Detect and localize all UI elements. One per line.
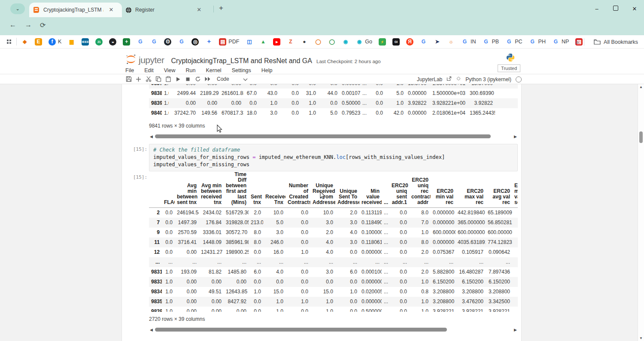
bookmark-item[interactable]: ◯ bbox=[328, 38, 335, 46]
cut-button[interactable] bbox=[143, 75, 153, 83]
close-window-button[interactable]: ✕ bbox=[625, 6, 644, 12]
cell: 442.819840 bbox=[456, 208, 486, 218]
copy-button[interactable] bbox=[153, 75, 163, 83]
pdf-icon: ▤ bbox=[219, 38, 226, 46]
bookmark-item[interactable]: ◆ bbox=[21, 38, 28, 46]
bookmark-item[interactable]: ▶ bbox=[273, 38, 280, 46]
bookmark-item[interactable]: ◉Go bbox=[355, 38, 372, 46]
bookmark-item[interactable]: ◉ bbox=[342, 38, 349, 46]
close-tab-icon[interactable]: ✕ bbox=[196, 6, 203, 13]
cell: 5.0 bbox=[385, 88, 406, 98]
minimize-button[interactable]: – bbox=[587, 6, 606, 12]
scrollbar-thumb[interactable] bbox=[639, 131, 643, 143]
scroll-right-icon[interactable]: ▶ bbox=[514, 134, 517, 139]
cell bbox=[512, 267, 518, 277]
cell: 3.928221 bbox=[486, 307, 512, 312]
green-21-icon: 21 bbox=[95, 38, 103, 46]
bookmark-item[interactable]: ◒ bbox=[109, 38, 116, 46]
all-bookmarks-button[interactable]: All Bookmarks bbox=[594, 39, 638, 45]
bookmark-item[interactable]: G bbox=[137, 38, 144, 46]
menu-kernel[interactable]: Kernel bbox=[206, 67, 222, 73]
tab-notebook[interactable]: CryptojackingTrap_LSTM and Re ✕ bbox=[29, 3, 122, 17]
bookmark-item[interactable]: Z bbox=[287, 38, 294, 46]
tab-register[interactable]: Register ✕ bbox=[121, 3, 219, 17]
scroll-left-icon[interactable]: ◀ bbox=[150, 134, 153, 139]
menu-run[interactable]: Run bbox=[186, 67, 196, 73]
menu-settings[interactable]: Settings bbox=[232, 67, 251, 73]
bookmark-item[interactable]: GPC bbox=[505, 38, 522, 46]
cell-type-dropdown[interactable]: Code bbox=[217, 76, 229, 82]
cell: 0.0 bbox=[389, 267, 409, 277]
apps-grid-icon[interactable] bbox=[7, 40, 11, 44]
menu-file[interactable]: File bbox=[125, 67, 134, 73]
bookmark-item[interactable]: ● bbox=[301, 38, 308, 46]
external-link-icon[interactable] bbox=[447, 76, 452, 82]
bookmark-item[interactable]: GI bbox=[392, 38, 400, 46]
bookmark-item[interactable]: IEEE bbox=[82, 38, 89, 46]
bookmark-item[interactable]: + bbox=[123, 38, 130, 46]
notebook-title[interactable]: CryptojackingTrap_LSTM and ResNet and GA bbox=[171, 57, 312, 65]
cell: 0.000100 bbox=[359, 267, 382, 277]
cell: 1.0 bbox=[409, 228, 431, 237]
menu-help[interactable]: Help bbox=[261, 67, 273, 73]
code-cell-editor[interactable]: # Check the filled dataframeimputed_valu… bbox=[149, 144, 518, 171]
cell-type-chevron-icon[interactable] bbox=[243, 75, 248, 83]
cell: 0.0 bbox=[279, 84, 301, 88]
yandex-icon: Я bbox=[406, 38, 413, 46]
back-button[interactable]: ← bbox=[9, 21, 16, 29]
run-cell-button[interactable] bbox=[173, 75, 183, 83]
analytics-icon: ▆ bbox=[68, 38, 75, 46]
maximize-button[interactable] bbox=[606, 6, 625, 12]
bookmark-item[interactable]: ʘ bbox=[164, 38, 171, 46]
add-cell-button[interactable] bbox=[134, 75, 143, 83]
bookmark-item[interactable]: E bbox=[35, 38, 42, 46]
bookmark-item[interactable]: GIN bbox=[461, 38, 476, 46]
forward-button[interactable]: → bbox=[25, 21, 32, 29]
bookmarks-overflow-icon[interactable]: » bbox=[575, 39, 579, 46]
bookmark-item[interactable]: G bbox=[420, 38, 427, 46]
save-button[interactable] bbox=[124, 75, 134, 83]
open-jupyterlab-link[interactable]: JupyterLab bbox=[417, 76, 442, 82]
bookmark-item[interactable]: 21 bbox=[95, 38, 103, 46]
bookmark-item[interactable]: Я bbox=[406, 38, 413, 46]
bookmark-item[interactable]: G bbox=[150, 38, 158, 46]
kernel-name-label[interactable]: Python 3 (ipykernel) bbox=[465, 76, 511, 82]
interrupt-kernel-button[interactable] bbox=[183, 75, 193, 83]
kernel-status-icon[interactable] bbox=[516, 76, 522, 82]
menu-view[interactable]: View bbox=[164, 67, 176, 73]
scrollbar-thumb[interactable] bbox=[155, 328, 447, 332]
close-tab-icon[interactable]: ✕ bbox=[108, 6, 115, 13]
bookmark-item[interactable]: ◯ bbox=[314, 38, 322, 46]
bookmark-item[interactable]: GPB bbox=[483, 38, 499, 46]
bookmark-item[interactable]: GNP bbox=[552, 38, 569, 46]
horizontal-scrollbar[interactable]: ◀ ▶ bbox=[149, 134, 518, 140]
bookmark-item[interactable]: ⚡ bbox=[379, 38, 386, 46]
restart-kernel-button[interactable] bbox=[193, 75, 203, 83]
bookmark-item[interactable]: ▤PDF bbox=[219, 38, 239, 46]
scroll-down-icon[interactable]: ▼ bbox=[639, 336, 643, 340]
bookmark-item[interactable]: ▲ bbox=[259, 38, 267, 46]
scroll-right-icon[interactable]: ▶ bbox=[514, 328, 517, 332]
bookmark-item[interactable]: ◎ bbox=[191, 38, 199, 46]
bookmark-item[interactable]: fK bbox=[49, 38, 61, 46]
restart-run-all-button[interactable] bbox=[203, 75, 213, 83]
tab-search-button[interactable]: ⌄ bbox=[10, 3, 25, 14]
paste-button[interactable] bbox=[163, 75, 173, 83]
bookmark-item[interactable]: G bbox=[178, 38, 185, 46]
scroll-up-icon[interactable]: ▲ bbox=[639, 85, 643, 89]
menu-edit[interactable]: Edit bbox=[144, 67, 154, 73]
bookmark-item[interactable]: ☼ bbox=[447, 38, 455, 46]
horizontal-scrollbar[interactable]: ◀ ▶ bbox=[149, 327, 518, 333]
scroll-left-icon[interactable]: ◀ bbox=[150, 328, 153, 332]
new-tab-button[interactable]: + bbox=[219, 4, 223, 12]
reload-button[interactable]: ⟳ bbox=[40, 21, 46, 29]
bookmark-item[interactable]: ▆ bbox=[68, 38, 75, 46]
debugger-icon[interactable] bbox=[456, 76, 461, 82]
bookmark-item[interactable]: ◫ bbox=[246, 38, 253, 46]
input-prompt: [15]: bbox=[133, 146, 147, 152]
bookmark-item[interactable]: GPH bbox=[529, 38, 546, 46]
scrollbar-thumb[interactable] bbox=[155, 134, 491, 138]
vertical-scrollbar[interactable]: ▲ ▼ bbox=[638, 84, 644, 341]
bookmark-item[interactable]: ✦ bbox=[205, 38, 213, 46]
bookmark-item[interactable]: ➤ bbox=[434, 38, 441, 46]
